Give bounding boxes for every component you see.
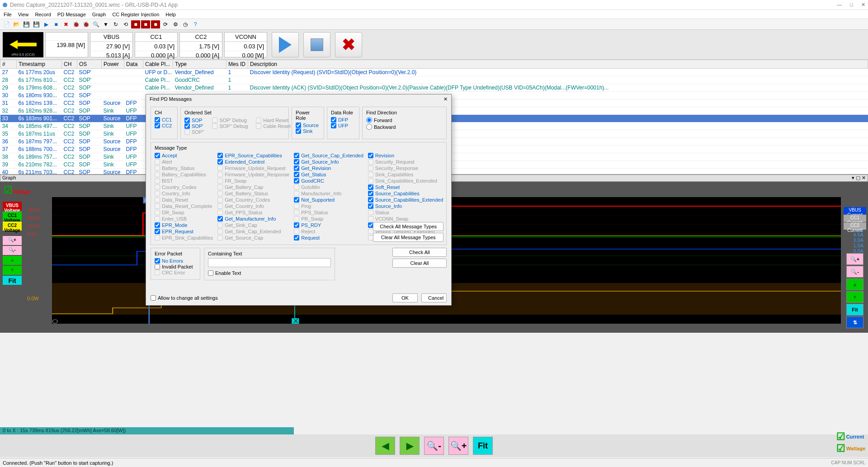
msgtype-epr_mode[interactable]: EPR_Mode [155, 222, 213, 228]
msgtype-get_sink_cap[interactable]: Get_Sink_Cap [217, 222, 289, 228]
cc2-current-badge[interactable]: CC2 Current [844, 222, 866, 230]
play-icon[interactable]: ▶ [42, 20, 51, 28]
marker-icon[interactable]: ■ [151, 20, 160, 28]
msgtype-sink_capabilities_extended[interactable]: Sink_Capabilities_Extended [368, 178, 443, 184]
up-icon[interactable]: ▲ [3, 256, 22, 265]
col-header[interactable]: Data [124, 60, 143, 69]
msgtype-source_capabilities_extended[interactable]: Source_Capabilities_Extended [368, 197, 443, 203]
zoom-in-icon[interactable]: 🔍+ [448, 437, 468, 455]
msgtype-pps_status[interactable]: PPS_Status [294, 210, 363, 215]
msgtype-enter_usb[interactable]: Enter_USB [155, 216, 213, 222]
msgtype-gotomin[interactable]: GotoMin [294, 184, 363, 190]
no-errors-checkbox[interactable]: No Errors [155, 258, 196, 264]
cc1-checkbox[interactable]: CC1 [155, 117, 174, 123]
msgtype-pr_swap[interactable]: PR_Swap [294, 216, 363, 222]
msgtype-epr_request[interactable]: EPR_Request [155, 229, 213, 234]
msgtype-get_status[interactable]: Get_Status [294, 172, 363, 177]
msgtype-epr_source_capabilities[interactable]: EPR_Source_Capabilities [217, 153, 289, 158]
marker-icon[interactable]: ■ [141, 20, 150, 28]
col-header[interactable]: Mes ID [226, 60, 248, 69]
msgtype-firmware_update_request[interactable]: Firmware_Update_Request [217, 165, 289, 171]
table-row[interactable]: 286s 177ms 810...CC2SOP'Cable Pl...GoodC… [0, 76, 868, 84]
msgtype-dr_swap[interactable]: DR_Swap [155, 210, 213, 215]
clear-all-button[interactable]: Clear All [392, 259, 447, 268]
crc-error-checkbox[interactable]: CRC Error [155, 270, 196, 275]
msgtype-get_pps_status[interactable]: Get_PPS_Status [217, 210, 289, 215]
cancel-button[interactable]: Cancel [421, 293, 447, 302]
sopd-checkbox[interactable]: SOP' Debug [212, 118, 248, 123]
msgtype-battery_capabilities[interactable]: Battery_Capabilities [155, 172, 213, 177]
msgtype-vconn_swap[interactable]: VCONN_Swap [368, 216, 443, 222]
cable-reset-checkbox[interactable]: Cable Reset [256, 123, 291, 129]
find-icon[interactable]: 🔍 [91, 20, 100, 28]
cc2-checkbox[interactable]: CC2 [155, 123, 174, 128]
containing-text-input[interactable] [208, 258, 331, 267]
msgtype-get_country_info[interactable]: Get_Country_Info [217, 203, 289, 209]
marker-icon[interactable]: ■ [131, 20, 140, 28]
col-header[interactable]: Timestamp [17, 60, 62, 69]
filter-icon[interactable]: ▼ [101, 20, 110, 28]
tool-icon[interactable]: ⟳ [161, 20, 170, 28]
check-all-button[interactable]: Check All [392, 248, 447, 257]
msgtype-country_codes[interactable]: Country_Codes [155, 184, 213, 190]
msgtype-extended_control[interactable]: Extended_Control [217, 159, 289, 165]
fit-button[interactable]: Fit [846, 304, 863, 316]
fit-button[interactable]: Fit [473, 437, 493, 455]
swap-icon[interactable]: ⇅ [846, 316, 863, 328]
allow-change-checkbox[interactable]: Allow to change all settings [151, 295, 218, 301]
tool-icon[interactable]: ⟲ [121, 20, 130, 28]
msgtype-get_source_info[interactable]: Get_Source_Info [294, 159, 363, 165]
col-header[interactable]: # [0, 60, 17, 69]
tool-icon[interactable]: 🐞 [81, 20, 90, 28]
msgtype-data_reset[interactable]: Data_Reset [155, 197, 213, 203]
invalid-packet-checkbox[interactable]: Invalid Packet [155, 264, 196, 269]
table-row[interactable]: 276s 177ms 20usCC2SOP'UFP or D...Vendor_… [0, 69, 868, 76]
open-icon[interactable]: 📂 [12, 20, 21, 28]
msgtype-request[interactable]: Request [294, 235, 363, 241]
menu-record[interactable]: Record [35, 12, 51, 17]
msgtype-country_info[interactable]: Country_Info [155, 191, 213, 196]
msgtype-get_manufacturer_info[interactable]: Get_Manufacturer_Info [217, 216, 289, 222]
hard-reset-checkbox[interactable]: Hard Reset [256, 118, 291, 123]
prev-icon[interactable]: ◀ [375, 437, 395, 455]
tool-icon[interactable]: ◷ [181, 20, 190, 28]
backward-radio[interactable]: Backward [366, 124, 443, 130]
msgtype-status[interactable]: Status [368, 210, 443, 215]
msgtype-ps_rdy[interactable]: PS_RDY [294, 222, 363, 228]
msgtype-fr_swap[interactable]: FR_Swap [217, 178, 289, 184]
stop-button[interactable]: ✖ [335, 32, 362, 57]
run-button[interactable] [272, 32, 299, 57]
zoom-out-icon[interactable]: 🔍- [3, 246, 22, 255]
pause-button[interactable] [303, 32, 330, 57]
down-icon[interactable]: ▼ [846, 291, 863, 303]
current-toggle[interactable]: Current [846, 434, 864, 439]
stop-icon[interactable]: ✖ [61, 20, 71, 28]
cc2-voltage-badge[interactable]: CC2 Voltage [3, 222, 22, 231]
dialog-close-icon[interactable]: ✕ [443, 96, 448, 102]
col-header[interactable]: CH [62, 60, 77, 69]
zoom-in-icon[interactable]: 🔍+ [846, 253, 863, 265]
menu-graph[interactable]: Graph [92, 12, 106, 17]
ok-button[interactable]: OK [392, 293, 418, 302]
saveas-icon[interactable]: 💾 [32, 20, 41, 28]
sopp-checkbox[interactable]: SOP' [184, 123, 204, 129]
msgtype-soft_reset[interactable]: Soft_Reset [368, 184, 443, 190]
msgtype-get_battery_cap[interactable]: Get_Battery_Cap [217, 184, 289, 190]
sink-checkbox[interactable]: Sink [296, 128, 320, 134]
dfp-checkbox[interactable]: DFP [331, 117, 355, 123]
msgtype-epr_sink_capabilities[interactable]: EPR_Sink_Capabilities [155, 235, 213, 241]
help-icon[interactable]: ? [191, 20, 200, 28]
check-all-types-button[interactable]: Check All Message Types [373, 222, 443, 231]
msgtype-bist[interactable]: BIST [155, 178, 213, 184]
msgtype-get_source_cap[interactable]: Get_Source_Cap [217, 235, 289, 241]
col-header[interactable]: Description [248, 60, 868, 69]
msgtype-get_battery_status[interactable]: Get_Battery_Status [217, 191, 289, 196]
close-button[interactable]: ✕ [861, 2, 865, 8]
msgtype-source_info[interactable]: Source_Info [368, 203, 443, 209]
ufp-checkbox[interactable]: UFP [331, 123, 355, 128]
msgtype-battery_status[interactable]: Battery_Status [155, 165, 213, 171]
menu-view[interactable]: View [18, 12, 29, 17]
zoom-out-icon[interactable]: 🔍- [846, 266, 863, 278]
menu-file[interactable]: File [4, 12, 12, 17]
msgtype-reject[interactable]: Reject [294, 229, 363, 234]
